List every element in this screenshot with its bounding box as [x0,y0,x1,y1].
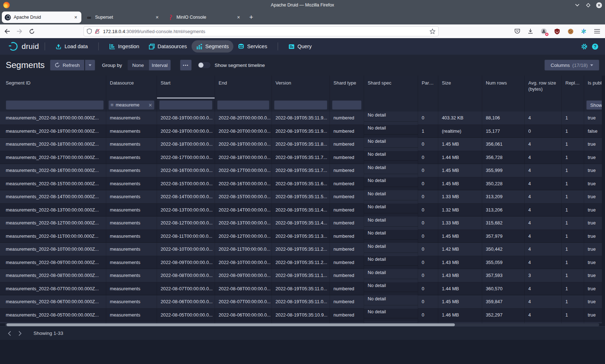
cell-replication[interactable]: 1 [562,138,584,151]
cell-avg-row-size[interactable]: 4 [525,190,562,204]
cell-replication[interactable]: 1 [562,230,584,243]
cell-num-rows[interactable]: 313,209 [482,190,525,204]
columns-button[interactable]: Columns (17/18) [544,60,599,70]
languagetool-icon[interactable] [578,26,589,36]
cell-avg-row-size[interactable]: 4 [525,204,562,217]
cell-replication[interactable]: 1 [562,204,584,217]
cell-start[interactable]: 2022-08-19T00:00:00.0... [157,112,215,125]
settings-gear-icon[interactable] [581,43,588,50]
cell-avg-row-size[interactable]: 4 [525,138,562,151]
cell-shard-type[interactable]: numbered [330,177,364,191]
cell-version[interactable]: 2022-08-19T05:35:11.2... [272,256,330,269]
cell-is-published[interactable]: true [584,190,602,204]
cell-replication[interactable]: 1 [562,256,584,269]
cell-version[interactable]: 2022-08-19T05:35:11.4... [272,217,330,230]
cell-is-published[interactable]: true [584,309,602,322]
cell-version[interactable]: 2022-08-19T05:35:11.2... [272,243,330,256]
cell-partition[interactable]: 0 [418,217,438,230]
cell-start[interactable]: 2022-08-07T00:00:00.0... [157,282,215,296]
cell-avg-row-size[interactable]: 4 [525,256,562,269]
cell-version[interactable]: 2022-08-19T05:35:11.0... [272,282,330,296]
cell-shard-type[interactable]: numbered [330,151,364,164]
cell-end[interactable]: 2022-08-17T00:00:00.0... [215,164,272,177]
cell-version[interactable]: 2022-08-19T05:35:11.5... [272,190,330,204]
cell-partition[interactable]: 0 [418,112,438,125]
cell-size[interactable]: 1.46 MB [438,309,482,322]
cell-shard-type[interactable]: numbered [330,190,364,204]
cell-partition[interactable]: 1 [418,125,438,138]
cell-datasource[interactable]: measurements [106,217,157,230]
cell-size[interactable]: 1.42 MB [438,243,482,256]
cell-segment-id[interactable]: measurements_2022-08-12T00:00:00.000Z... [0,217,106,230]
cell-datasource[interactable]: measurements [106,256,157,269]
cell-version[interactable]: 2022-08-19T05:35:11.8... [272,138,330,151]
cell-partition[interactable]: 0 [418,256,438,269]
cell-replication[interactable]: 1 [562,164,584,177]
cell-shard-type[interactable]: numbered [330,164,364,177]
cell-size[interactable]: 1.45 MB [438,138,482,151]
cell-num-rows[interactable]: 315,682 [482,217,525,230]
cell-num-rows[interactable]: 360,570 [482,282,525,296]
cell-size[interactable]: 1.44 MB [438,151,482,164]
column-header-partition[interactable]: Partition [418,76,438,99]
cell-datasource[interactable]: measurements [106,269,157,282]
cell-segment-id[interactable]: measurements_2022-08-09T00:00:00.000Z... [0,256,106,269]
cell-version[interactable]: 2022-08-19T05:35:11.0... [272,295,330,309]
forward-button[interactable] [14,26,24,36]
cell-end[interactable]: 2022-08-13T00:00:00.0... [215,217,272,230]
cell-replication[interactable]: 1 [562,112,584,125]
cell-num-rows[interactable]: 359,847 [482,295,525,309]
cell-replication[interactable]: 1 [562,243,584,256]
cell-version[interactable]: 2022-08-19T05:35:11.9... [272,125,330,138]
ublock-icon[interactable] [552,26,563,36]
new-tab-button[interactable]: + [249,13,253,21]
nav-item-query[interactable]: Query [284,40,317,53]
refresh-button[interactable]: Refresh [50,60,84,70]
cell-end[interactable]: 2022-08-06T00:00:00.0... [215,309,272,322]
cell-is-published[interactable]: false [584,125,602,138]
tab-close-icon[interactable]: ✕ [154,15,160,20]
cell-segment-id[interactable]: measurements_2022-08-05T00:00:00.000Z... [0,309,106,322]
cell-partition[interactable]: 0 [418,190,438,204]
cell-datasource[interactable]: measurements [106,125,157,138]
cell-is-published[interactable]: true [584,282,602,296]
cell-segment-id[interactable]: measurements_2022-08-10T00:00:00.000Z... [0,243,106,256]
cell-is-published[interactable]: true [584,269,602,282]
cell-datasource[interactable]: measurements [106,309,157,322]
cell-replication[interactable]: 1 [562,269,584,282]
cell-avg-row-size[interactable]: 4 [525,295,562,309]
cell-end[interactable]: 2022-08-20T00:00:00.0... [215,125,272,138]
cell-shard-type[interactable]: numbered [330,204,364,217]
window-maximize-button[interactable] [585,2,591,8]
cell-version[interactable]: 2022-08-19T05:35:11.7... [272,151,330,164]
cell-version[interactable]: 2022-08-19T05:35:11.7... [272,164,330,177]
cell-start[interactable]: 2022-08-10T00:00:00.0... [157,243,215,256]
cell-datasource[interactable]: measurements [106,112,157,125]
cell-partition[interactable]: 0 [418,138,438,151]
cell-start[interactable]: 2022-08-12T00:00:00.0... [157,217,215,230]
bookmark-star-icon[interactable] [430,28,435,34]
column-header-segment-id[interactable]: Segment ID [0,76,106,99]
cell-datasource[interactable]: measurements [106,230,157,243]
tab-close-icon[interactable]: ✕ [73,15,79,20]
column-header-size[interactable]: Size [438,76,482,99]
cell-num-rows[interactable]: 350,442 [482,243,525,256]
cell-num-rows[interactable]: 313,206 [482,204,525,217]
cell-partition[interactable]: 0 [418,230,438,243]
cell-avg-row-size[interactable]: 4 [525,309,562,322]
cell-replication[interactable]: 1 [562,282,584,296]
cell-num-rows[interactable]: 355,059 [482,256,525,269]
cell-end[interactable]: 2022-08-10T00:00:00.0... [215,256,272,269]
cell-size[interactable]: 1.33 MB [438,190,482,204]
cell-start[interactable]: 2022-08-06T00:00:00.0... [157,295,215,309]
cell-start[interactable]: 2022-08-09T00:00:00.0... [157,256,215,269]
cell-partition[interactable]: 0 [418,309,438,322]
menu-hamburger-icon[interactable] [592,26,602,36]
column-header-end[interactable]: End [215,76,272,99]
nav-item-load-data[interactable]: Load data [51,40,93,53]
cell-segment-id[interactable]: measurements_2022-08-13T00:00:00.000Z... [0,204,106,217]
cell-segment-id[interactable]: measurements_2022-08-11T00:00:00.000Z... [0,230,106,243]
cell-shard-type[interactable]: numbered [330,217,364,230]
cell-version[interactable]: 2022-08-19T05:35:11.6... [272,177,330,191]
cell-replication[interactable]: 1 [562,309,584,322]
